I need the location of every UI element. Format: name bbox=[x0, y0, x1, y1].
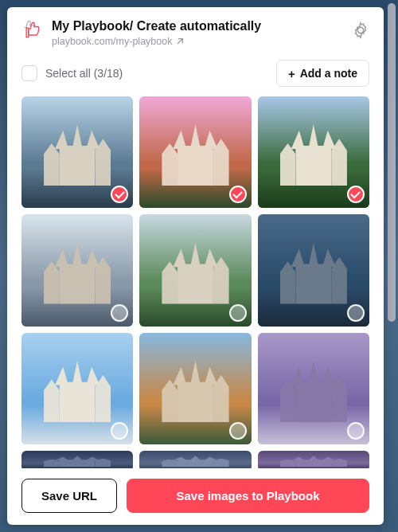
footer: Save URL Save images to Playbook bbox=[7, 468, 384, 525]
selected-check-icon[interactable] bbox=[229, 186, 247, 203]
toolbar: Select all (3/18) + Add a note bbox=[7, 55, 384, 96]
thumbnail-image bbox=[21, 451, 133, 468]
thumbnail-tile[interactable] bbox=[21, 214, 133, 326]
header: My Playbook/ Create automatically playbo… bbox=[7, 7, 384, 55]
thumbnail-tile[interactable] bbox=[21, 451, 133, 468]
select-circle-icon[interactable] bbox=[347, 422, 365, 440]
add-note-button[interactable]: + Add a note bbox=[276, 60, 369, 87]
thumbnail-tile[interactable] bbox=[258, 96, 369, 208]
add-note-label: Add a note bbox=[300, 67, 357, 80]
select-all-toggle[interactable]: Select all (3/18) bbox=[21, 65, 123, 81]
extension-panel: My Playbook/ Create automatically playbo… bbox=[7, 7, 384, 525]
thumbnail-tile[interactable] bbox=[21, 96, 133, 208]
thumbnail-image bbox=[258, 451, 369, 468]
thumbnail-tile[interactable] bbox=[21, 333, 133, 444]
page-title: My Playbook/ Create automatically bbox=[52, 18, 344, 34]
external-link-icon bbox=[176, 37, 184, 45]
thumbnail-tile[interactable] bbox=[139, 96, 251, 208]
page-url[interactable]: playbook.com/my-playbook bbox=[52, 36, 344, 47]
save-images-button[interactable]: Save images to Playbook bbox=[127, 479, 369, 513]
page-url-text: playbook.com/my-playbook bbox=[52, 36, 172, 47]
select-all-label: Select all (3/18) bbox=[45, 67, 123, 80]
thumbnail-image bbox=[139, 451, 251, 468]
thumbnail-tile[interactable] bbox=[139, 333, 251, 444]
select-circle-icon[interactable] bbox=[229, 304, 247, 322]
select-circle-icon[interactable] bbox=[347, 304, 365, 322]
thumbnail-tile[interactable] bbox=[258, 214, 369, 326]
select-all-checkbox[interactable] bbox=[21, 65, 37, 81]
select-circle-icon[interactable] bbox=[229, 422, 247, 440]
thumbnail-grid-wrap bbox=[7, 96, 384, 468]
thumbnail-grid bbox=[21, 96, 369, 468]
thumbnail-tile[interactable] bbox=[139, 214, 251, 326]
save-url-button[interactable]: Save URL bbox=[21, 479, 117, 513]
select-circle-icon[interactable] bbox=[111, 304, 128, 322]
thumbs-up-icon bbox=[21, 18, 44, 41]
settings-button[interactable] bbox=[352, 22, 369, 39]
gear-icon bbox=[352, 22, 369, 39]
thumbnail-tile[interactable] bbox=[258, 333, 369, 444]
thumbnail-tile[interactable] bbox=[258, 451, 369, 468]
thumbnail-tile[interactable] bbox=[139, 451, 251, 468]
plus-icon: + bbox=[288, 68, 295, 80]
panel-scrollbar[interactable] bbox=[388, 3, 396, 322]
header-text: My Playbook/ Create automatically playbo… bbox=[52, 18, 344, 47]
